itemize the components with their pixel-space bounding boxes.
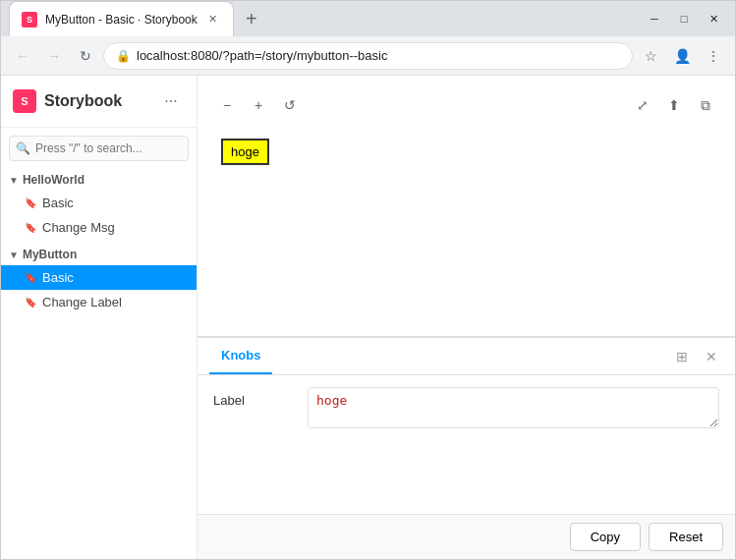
sidebar: S Storybook ··· 🔍 ▼ HelloWorld 🔖 Bas	[1, 76, 198, 559]
knobs-tab-right: ⊞ ✕	[670, 345, 723, 368]
bookmark-button[interactable]: ☆	[637, 42, 664, 70]
knobs-panel: Knobs ⊞ ✕ Label	[198, 337, 735, 514]
sidebar-item-mybutton-changelabel[interactable]: 🔖 Change Label	[1, 290, 197, 314]
app-container: S Storybook ··· 🔍 ▼ HelloWorld 🔖 Bas	[1, 76, 735, 559]
tab-close-button[interactable]: ✕	[205, 12, 221, 28]
search-icon: 🔍	[16, 141, 30, 155]
bookmark-icon: 🔖	[25, 197, 36, 208]
knobs-tabs: Knobs ⊞ ✕	[198, 338, 735, 375]
zoom-in-button[interactable]: +	[245, 91, 272, 119]
profile-button[interactable]: 👤	[668, 42, 696, 70]
knobs-body: Label	[198, 375, 735, 440]
chevron-down-icon: ▼	[9, 250, 19, 260]
preview-right-buttons: ⤢ ⬆ ⧉	[629, 91, 719, 119]
sidebar-item-label: Basic	[42, 270, 74, 285]
active-tab[interactable]: S MyButton - Basic · Storybook ✕	[9, 1, 234, 36]
zoom-out-button[interactable]: −	[213, 91, 241, 119]
nav-group-helloworld-header[interactable]: ▼ HelloWorld	[1, 169, 197, 191]
lock-icon: 🔒	[116, 49, 131, 63]
tab-title: MyButton - Basic · Storybook	[45, 13, 198, 27]
window-controls: ─ □ ✕	[641, 9, 727, 28]
bookmark-icon: 🔖	[25, 272, 36, 283]
sidebar-menu-button[interactable]: ···	[157, 87, 185, 115]
sidebar-header: S Storybook ···	[1, 76, 197, 128]
preview-toolbar: − + ↺ ⤢ ⬆ ⧉	[213, 91, 719, 119]
preview-content: hoge	[213, 131, 719, 173]
address-bar[interactable]: 🔒 localhost:8080/?path=/story/mybutton--…	[103, 42, 633, 70]
knobs-tab[interactable]: Knobs	[209, 338, 272, 374]
close-button[interactable]: ✕	[700, 9, 727, 28]
back-button[interactable]: ←	[9, 42, 36, 70]
knobs-grid-button[interactable]: ⊞	[670, 345, 694, 368]
expand-button[interactable]: ⤢	[629, 91, 656, 119]
demo-button[interactable]: hoge	[221, 139, 269, 165]
sidebar-nav: ▼ HelloWorld 🔖 Basic 🔖 Change Msg ▼	[1, 169, 197, 559]
reset-zoom-button[interactable]: ↺	[276, 91, 304, 119]
storybook-logo-icon: S	[13, 89, 36, 113]
knob-label-text: Label	[213, 387, 292, 408]
knobs-close-button[interactable]: ✕	[700, 345, 723, 368]
new-tab-button[interactable]: +	[234, 1, 269, 36]
nav-group-mybutton-title: MyButton	[23, 248, 77, 261]
main-area: − + ↺ ⤢ ⬆ ⧉ hoge Knobs	[198, 76, 735, 559]
minimize-button[interactable]: ─	[641, 9, 668, 28]
bookmark-icon: 🔖	[25, 297, 36, 308]
address-text: localhost:8080/?path=/story/mybutton--ba…	[137, 48, 620, 63]
share-button[interactable]: ⬆	[660, 91, 688, 119]
storybook-logo-text: Storybook	[44, 92, 122, 110]
sidebar-item-helloworld-basic[interactable]: 🔖 Basic	[1, 191, 197, 215]
chevron-down-icon: ▼	[9, 175, 19, 186]
copy-button[interactable]: Copy	[570, 523, 641, 551]
title-bar: S MyButton - Basic · Storybook ✕ + ─ □ ✕	[1, 1, 735, 36]
chrome-menu-button[interactable]: ⋮	[700, 42, 727, 70]
sidebar-item-mybutton-basic[interactable]: 🔖 Basic	[1, 265, 197, 290]
reload-button[interactable]: ↻	[72, 42, 99, 70]
sidebar-search[interactable]: 🔍	[9, 136, 189, 161]
search-input[interactable]	[9, 136, 189, 161]
bottom-bar: Copy Reset	[198, 514, 735, 559]
reset-button[interactable]: Reset	[649, 523, 723, 551]
sidebar-item-label: Basic	[42, 196, 74, 210]
tab-bar: S MyButton - Basic · Storybook ✕ +	[9, 1, 269, 36]
copy-link-button[interactable]: ⧉	[692, 91, 719, 119]
sidebar-item-helloworld-changemsg[interactable]: 🔖 Change Msg	[1, 215, 197, 240]
knob-label-input[interactable]	[308, 387, 719, 428]
nav-group-helloworld-title: HelloWorld	[23, 173, 85, 187]
nav-group-helloworld: ▼ HelloWorld 🔖 Basic 🔖 Change Msg	[1, 169, 197, 240]
nav-group-mybutton-header[interactable]: ▼ MyButton	[1, 244, 197, 265]
sidebar-logo: S Storybook	[13, 89, 122, 113]
tab-favicon: S	[22, 12, 37, 28]
nav-group-mybutton: ▼ MyButton 🔖 Basic 🔖 Change Label	[1, 244, 197, 314]
forward-button[interactable]: →	[40, 42, 68, 70]
sidebar-item-label: Change Msg	[42, 220, 115, 235]
nav-bar: ← → ↻ 🔒 localhost:8080/?path=/story/mybu…	[1, 36, 735, 76]
sidebar-item-label: Change Label	[42, 295, 122, 309]
knob-row-label: Label	[213, 387, 719, 428]
preview-area: − + ↺ ⤢ ⬆ ⧉ hoge	[198, 76, 735, 337]
nav-right-controls: ☆ 👤 ⋮	[637, 42, 727, 70]
bookmark-icon: 🔖	[25, 222, 36, 233]
maximize-button[interactable]: □	[670, 9, 698, 28]
